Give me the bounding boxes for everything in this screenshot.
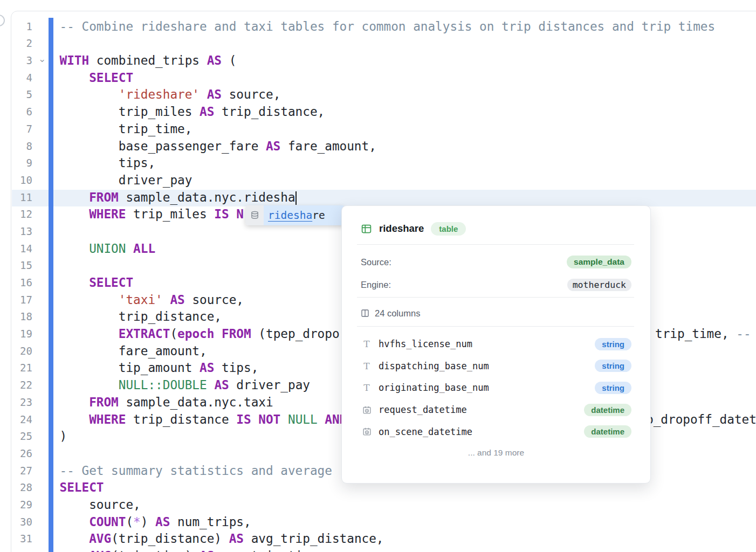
line-number: 32 — [11, 548, 32, 552]
line-number: 27 — [11, 463, 32, 480]
code-token: base_passenger_fare — [60, 139, 266, 153]
code-token: ( — [222, 53, 236, 67]
code-line-8[interactable]: 8 base_passenger_fare AS fare_amount, — [11, 138, 756, 155]
code-line-3[interactable]: 3⌄WITH combined_trips AS ( — [11, 52, 756, 70]
column-type-badge: string — [595, 360, 631, 372]
code-line-6[interactable]: 6 trip_miles AS trip_distance, — [11, 104, 756, 121]
code-token — [60, 87, 119, 101]
code-token — [60, 275, 90, 289]
panel-title: rideshare — [379, 223, 424, 234]
code-line-30[interactable]: 30 COUNT(*) AS num_trips, — [11, 514, 756, 531]
fold-chevron-icon[interactable]: ⌄ — [37, 51, 47, 68]
code-line-7[interactable]: 7 trip_time, — [11, 121, 756, 138]
engine-label: Engine: — [361, 280, 391, 290]
line-number: 7 — [11, 121, 32, 138]
code-token: epoch — [177, 327, 214, 341]
column-row[interactable]: request_datetimedatetime — [361, 402, 631, 418]
code-line-2[interactable]: 2 — [11, 35, 756, 52]
code-token — [229, 207, 237, 221]
table-type-badge: table — [431, 222, 466, 236]
code-fragment-line19[interactable]: trip_time, -- — [655, 326, 751, 343]
columns-icon — [361, 309, 369, 318]
autocomplete-popup: rideshare — [245, 205, 345, 225]
code-token: p_dropoff_datet — [646, 412, 756, 426]
code-token: AS — [266, 139, 280, 153]
code-token: ) — [141, 515, 155, 529]
code-token: trip_miles — [60, 105, 200, 119]
code-line-4[interactable]: 4 SELECT — [11, 70, 756, 87]
column-name: originating_base_num — [379, 382, 595, 393]
code-token: IS — [214, 207, 229, 221]
code-token: -- — [736, 327, 751, 341]
code-token: AS — [207, 53, 222, 67]
code-token — [207, 378, 215, 392]
code-token — [214, 327, 222, 341]
code-fragment-line24[interactable]: p_dropoff_datet — [646, 411, 756, 429]
code-token: AS — [207, 87, 222, 101]
more-columns-text: ... and 19 more — [342, 448, 650, 458]
code-token — [60, 532, 90, 546]
column-type-badge: datetime — [584, 404, 631, 416]
source-value-badge[interactable]: sample_data — [567, 256, 631, 268]
code-line-5[interactable]: 5 'rideshare' AS source, — [11, 86, 756, 104]
code-token — [60, 327, 119, 341]
code-token: WHERE — [89, 412, 126, 426]
code-token: tips, — [214, 361, 258, 375]
code-token: ) — [60, 429, 67, 443]
code-token: NULL — [288, 412, 318, 426]
code-line-1[interactable]: 1-- Combine rideshare and taxi tables fo… — [11, 18, 756, 36]
table-detail-panel: rideshare table Source: sample_data Engi… — [341, 205, 651, 484]
autocomplete-item-rideshare[interactable]: rideshare — [264, 205, 345, 225]
line-number: 9 — [11, 155, 32, 172]
line-number: 20 — [11, 343, 32, 360]
code-token — [60, 293, 119, 307]
line-number: 21 — [11, 360, 32, 377]
code-token: ( — [170, 327, 177, 341]
code-token: ALL — [133, 242, 155, 256]
line-number: 23 — [11, 394, 32, 411]
code-line-31[interactable]: 31 AVG(trip_distance) AS avg_trip_distan… — [11, 530, 756, 548]
code-token — [60, 71, 90, 85]
column-row[interactable]: Toriginating_base_numstring — [361, 380, 631, 396]
code-line-29[interactable]: 29 source, — [11, 496, 756, 514]
code-token: trip_miles — [126, 207, 214, 221]
code-token: WHERE — [89, 207, 126, 221]
code-token: IS NOT — [236, 412, 280, 426]
code-token: FROM — [89, 395, 119, 409]
code-token: avg_trip_distance, — [244, 532, 384, 546]
code-token: AS — [214, 378, 229, 392]
code-token: tip_amount — [60, 361, 200, 375]
code-token: 'rideshare' — [119, 87, 200, 101]
line-number: 2 — [11, 35, 32, 52]
code-token: AS — [170, 293, 184, 307]
code-line-11[interactable]: 11 FROM sample_data.nyc.ridesha — [11, 189, 756, 206]
code-token: AS — [200, 361, 214, 375]
code-token: ( — [126, 515, 133, 529]
code-token: SELECT — [60, 480, 104, 494]
code-line-10[interactable]: 10 driver_pay — [11, 172, 756, 189]
code-token: SELECT — [89, 275, 133, 289]
column-row[interactable]: Thvfhs_license_numstring — [361, 336, 631, 352]
code-line-32[interactable]: 32 AVG(trip_time) AS avg_trip_time, — [11, 548, 756, 552]
code-token: (trip_time) — [111, 549, 200, 552]
code-token: driver_pay — [60, 173, 193, 187]
code-line-9[interactable]: 9 tips, — [11, 155, 756, 172]
line-number: 26 — [11, 445, 32, 463]
code-token — [318, 412, 325, 426]
line-number: 22 — [11, 377, 32, 394]
code-token: AS — [155, 515, 170, 529]
column-row[interactable]: on_scene_datetimedatetime — [361, 424, 631, 440]
line-number: 11 — [11, 189, 32, 206]
column-name: on_scene_datetime — [379, 426, 584, 437]
partial-edge-button[interactable] — [0, 15, 5, 26]
column-type-badge: string — [595, 382, 631, 394]
code-token: num_trips, — [170, 515, 251, 529]
code-token: -- Get summary statistics and average — [60, 464, 340, 478]
code-token: * — [133, 515, 141, 529]
engine-value-badge: motherduck — [567, 279, 631, 291]
column-row[interactable]: Tdispatching_base_numstring — [361, 358, 631, 374]
divider — [357, 244, 634, 245]
code-token: -- Combine rideshare and taxi tables for… — [60, 19, 716, 33]
autocomplete-match-text: ridesha — [268, 209, 312, 222]
gutter-indicator-bar — [49, 18, 53, 552]
